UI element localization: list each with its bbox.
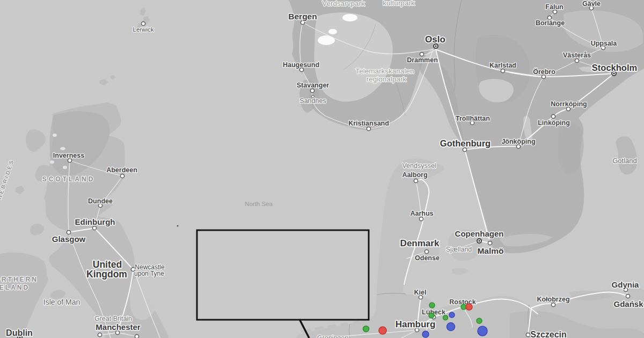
location-dot-red[interactable]	[379, 327, 386, 334]
city-marker	[626, 294, 630, 298]
map-label: Falun	[545, 3, 563, 11]
map-label: Kołobrzeg	[537, 296, 569, 303]
location-dot-blue[interactable]	[449, 312, 455, 318]
map-label: Sandnes	[299, 97, 326, 105]
map-canvas[interactable]: VerdsarvparkkulturparkBergenLerwickOsloD…	[0, 0, 644, 338]
map-label: Lerwick	[133, 26, 154, 33]
map-label: Norrköping	[551, 100, 587, 108]
map-label: Verdsarvpark	[322, 0, 365, 8]
city-marker	[420, 52, 423, 56]
map-label: Borlänge	[536, 19, 565, 27]
map-label: SCOTLAND	[42, 175, 96, 183]
city-marker	[141, 21, 145, 25]
map-label: Odense	[415, 254, 440, 262]
map-label: Kristiansand	[348, 120, 389, 127]
city-marker	[551, 303, 555, 306]
location-dot-green[interactable]	[429, 313, 434, 318]
map-label: Oslo	[425, 34, 445, 45]
map-label: Malmö	[477, 246, 503, 255]
map-label: Glasgow	[52, 234, 86, 244]
location-dot-green[interactable]	[429, 303, 435, 308]
location-dot-green[interactable]	[477, 318, 482, 324]
map-label: Örebro	[533, 68, 555, 76]
city-marker	[501, 69, 504, 72]
city-marker	[301, 20, 304, 24]
city-marker	[310, 89, 314, 92]
map-label: Sjælland	[446, 246, 472, 253]
map-label: Hamburg	[396, 319, 436, 329]
map-label: North Sea	[245, 201, 273, 207]
map-label: IRELAND	[0, 284, 30, 291]
city-marker	[419, 217, 423, 221]
map-label: Vendsyssel	[402, 162, 436, 170]
map-label: upon Tyne	[134, 270, 164, 277]
location-dot-green[interactable]	[443, 315, 448, 320]
city-marker	[425, 249, 428, 253]
city-marker	[414, 179, 418, 182]
city-marker	[367, 127, 370, 130]
city-marker	[98, 333, 101, 336]
map-label: Inverness	[53, 152, 84, 159]
map-label: Great Britain	[94, 315, 132, 322]
map-label: Uppsala	[591, 40, 618, 47]
location-dot-blue[interactable]	[447, 323, 455, 331]
map-label: Linköping	[538, 119, 570, 127]
map-label: Gdańsk	[613, 299, 643, 308]
city-marker	[135, 334, 138, 338]
map-label: Gothenburg	[440, 138, 491, 148]
map-label: Haugesund	[283, 61, 319, 69]
city-marker	[120, 174, 124, 178]
city-marker	[575, 58, 579, 62]
map-label: Kiel	[414, 289, 427, 296]
map-label: Stockholm	[592, 63, 637, 72]
map-label: Szczecin	[530, 330, 567, 338]
map-label: kulturpark	[383, 0, 415, 7]
map-label: United	[93, 259, 122, 270]
city-marker	[477, 238, 482, 244]
map-label: Telemarkskanalen	[356, 67, 414, 75]
map-label: Kingdom	[86, 269, 127, 280]
map-label: Västerås	[563, 52, 591, 59]
map-label: Dublin	[6, 328, 33, 337]
map-label: Drammen	[407, 56, 438, 64]
map-label: Trollhättan	[456, 115, 490, 122]
map-label: Isle of Man	[43, 298, 80, 306]
map-label: Aarhus	[410, 210, 433, 217]
map-label: Groningen	[317, 334, 348, 338]
map-label: Aberdeen	[106, 166, 137, 174]
city-marker	[551, 114, 555, 118]
map-label: Karlstad	[489, 62, 516, 69]
map-label: NORTHERN	[0, 276, 38, 283]
map-label: regionalpark	[367, 75, 407, 83]
location-dot-green[interactable]	[363, 326, 369, 332]
map-label: Copenhagen	[455, 229, 504, 238]
map-label: Denmark	[400, 238, 440, 248]
tiny-map-mark	[177, 225, 179, 227]
map-label: Edinburgh	[75, 217, 115, 226]
location-dot-red[interactable]	[466, 304, 472, 310]
map-label: Manchester	[96, 322, 141, 332]
map-label: Gävle	[582, 0, 601, 8]
city-marker	[526, 333, 530, 336]
map-label: Bergen	[288, 12, 317, 21]
city-marker	[67, 230, 70, 234]
map-label: Stavanger	[297, 82, 330, 89]
city-marker	[488, 241, 492, 245]
map-label: Gotland	[612, 157, 637, 165]
map-label: Jönköping	[501, 138, 535, 145]
map-label: Dundee	[88, 197, 113, 205]
map-label: Aalborg	[402, 171, 427, 179]
location-dot-blue[interactable]	[478, 326, 487, 336]
map-label: Gdynia	[612, 280, 640, 289]
city-marker	[463, 148, 466, 151]
city-marker	[92, 226, 96, 230]
location-dot-blue[interactable]	[422, 331, 429, 337]
